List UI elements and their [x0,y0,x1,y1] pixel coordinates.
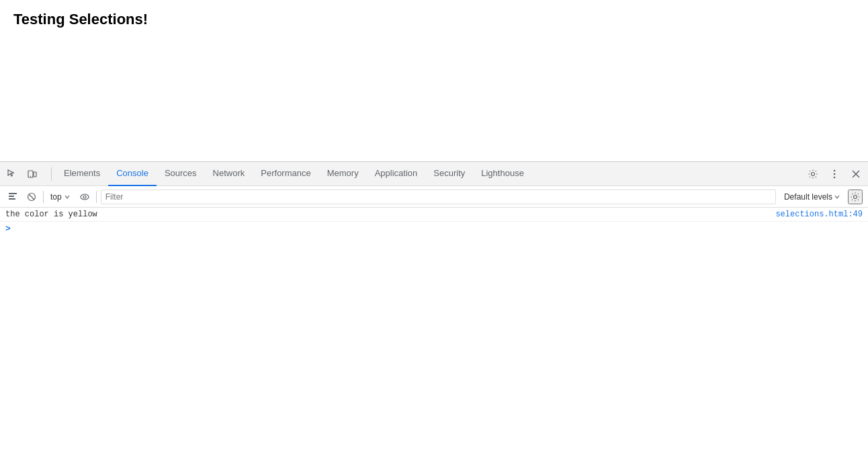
more-options-icon[interactable] [825,165,844,183]
console-log-text: the color is yellow [5,210,97,219]
devtools-left-icons [3,165,42,183]
page-content: Testing Selections! [0,0,868,161]
context-selector[interactable]: top [48,191,73,203]
tab-security[interactable]: Security [425,162,473,186]
tab-memory[interactable]: Memory [319,162,367,186]
console-log-source[interactable]: selections.html:49 [775,210,863,219]
svg-line-13 [29,194,34,200]
hide-network-icon[interactable] [24,190,39,204]
clear-console-icon[interactable] [5,190,20,204]
svg-rect-11 [9,198,15,200]
tab-application[interactable]: Application [367,162,426,186]
svg-point-3 [812,172,815,175]
tab-lighthouse[interactable]: Lighthouse [473,162,532,186]
filter-input[interactable] [101,190,776,204]
tab-sources[interactable]: Sources [157,162,205,186]
console-settings-icon[interactable] [848,190,863,204]
svg-point-14 [81,194,89,200]
console-toolbar: top Default levels [0,186,868,208]
console-log-row: the color is yellow selections.html:49 [0,208,868,222]
tab-network[interactable]: Network [205,162,253,186]
svg-point-15 [83,196,86,198]
svg-rect-9 [9,193,17,194]
svg-point-2 [30,175,31,176]
svg-point-5 [834,173,836,175]
toolbar-separator-2 [96,191,97,203]
svg-rect-1 [34,172,36,177]
devtools-right-icons [804,165,865,183]
tab-console[interactable]: Console [108,162,157,186]
tab-elements[interactable]: Elements [56,162,108,186]
devtools-panel: Elements Console Sources Network Perform… [0,161,868,457]
settings-icon[interactable] [804,165,822,183]
svg-point-4 [834,169,836,171]
console-input-row[interactable]: > [0,222,868,236]
console-output: the color is yellow selections.html:49 > [0,208,868,457]
toolbar-separator-1 [43,191,44,203]
devtools-tabbar: Elements Console Sources Network Perform… [0,162,868,186]
page-title: Testing Selections! [13,11,855,28]
tab-separator-left [51,167,52,181]
svg-point-16 [854,195,857,198]
inspect-element-icon[interactable] [3,165,21,183]
svg-rect-10 [9,196,14,197]
log-levels-button[interactable]: Default levels [780,191,844,203]
tab-performance[interactable]: Performance [253,162,318,186]
device-toolbar-icon[interactable] [23,165,42,183]
close-devtools-icon[interactable] [847,165,865,183]
live-expressions-icon[interactable] [77,190,92,204]
console-prompt: > [5,224,11,234]
svg-point-6 [834,176,836,178]
